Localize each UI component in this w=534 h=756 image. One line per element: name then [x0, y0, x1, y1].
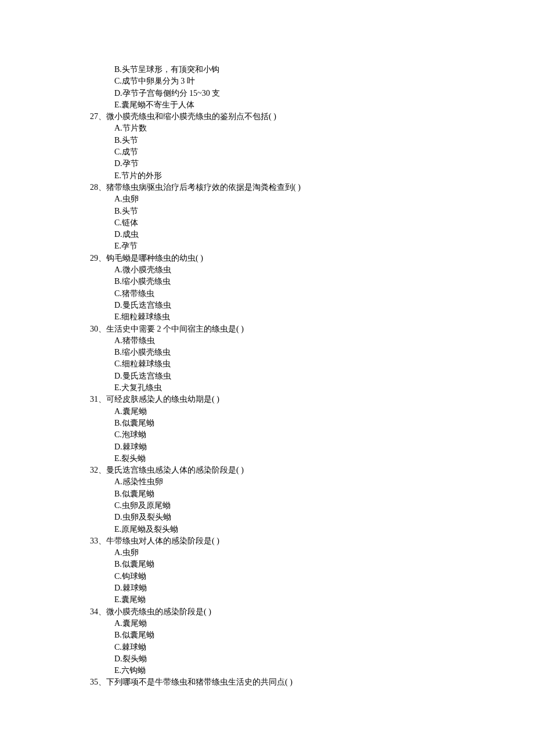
- option-line: B.似囊尾蚴: [90, 559, 444, 570]
- option-line: A.虫卵: [90, 547, 444, 559]
- option-line: C.猪带绦虫: [90, 288, 444, 300]
- question-line: 33、牛带绦虫对人体的感染阶段是( ): [90, 535, 444, 547]
- option-line: C.细粒棘球绦虫: [90, 358, 444, 370]
- option-line: A.感染性虫卵: [90, 476, 444, 488]
- option-line: E.节片的外形: [90, 170, 444, 182]
- option-line: B.似囊尾蚴: [90, 488, 444, 500]
- option-line: D.成虫: [90, 229, 444, 240]
- option-line: A.节片数: [90, 123, 444, 134]
- option-line: B.缩小膜壳绦虫: [90, 347, 444, 358]
- option-line: C.棘球蚴: [90, 642, 444, 653]
- document-page: B.头节呈球形，有顶突和小钩C.成节中卵巢分为 3 叶D.孕节子宫每侧约分 15…: [0, 0, 534, 756]
- option-line: C.成节: [90, 146, 444, 158]
- option-line: E.囊尾蚴不寄生于人体: [90, 99, 444, 111]
- option-line: B.似囊尾蚴: [90, 629, 444, 641]
- option-line: D.孕节: [90, 158, 444, 170]
- option-line: D.孕节子宫每侧约分 15~30 支: [90, 88, 444, 99]
- option-line: E.细粒棘球绦虫: [90, 311, 444, 323]
- option-line: D.虫卵及裂头蚴: [90, 512, 444, 523]
- question-line: 34、微小膜壳绦虫的感染阶段是( ): [90, 606, 444, 618]
- question-line: 28、猪带绦虫病驱虫治疗后考核疗效的依据是淘粪检查到( ): [90, 182, 444, 193]
- option-line: A.虫卵: [90, 193, 444, 205]
- question-line: 29、钩毛蚴是哪种绦虫的幼虫( ): [90, 253, 444, 264]
- option-line: E.犬复孔绦虫: [90, 382, 444, 394]
- option-line: B.似囊尾蚴: [90, 417, 444, 429]
- option-line: A.微小膜壳绦虫: [90, 264, 444, 276]
- question-line: 35、下列哪项不是牛带绦虫和猪带绦虫生活史的共同点( ): [90, 676, 444, 688]
- option-line: E.囊尾蚴: [90, 594, 444, 606]
- option-line: D.棘球蚴: [90, 582, 444, 594]
- option-line: E.六钩蚴: [90, 665, 444, 676]
- option-line: A.猪带绦虫: [90, 335, 444, 347]
- option-line: D.曼氏迭宫绦虫: [90, 300, 444, 311]
- option-line: E.裂头蚴: [90, 453, 444, 465]
- option-line: E.孕节: [90, 240, 444, 252]
- option-line: D.棘球蚴: [90, 441, 444, 453]
- question-line: 32、曼氏迭宫绦虫感染人体的感染阶段是( ): [90, 465, 444, 476]
- option-line: B.缩小膜壳绦虫: [90, 276, 444, 287]
- option-line: C.成节中卵巢分为 3 叶: [90, 75, 444, 87]
- option-line: B.头节: [90, 135, 444, 146]
- option-line: C.钩球蚴: [90, 571, 444, 582]
- option-line: A.囊尾蚴: [90, 618, 444, 629]
- option-line: C.虫卵及原尾蚴: [90, 500, 444, 512]
- option-line: D.曼氏迭宫绦虫: [90, 370, 444, 382]
- option-line: E.原尾蚴及裂头蚴: [90, 524, 444, 535]
- question-line: 30、生活史中需要 2 个中间宿主的绦虫是( ): [90, 323, 444, 335]
- question-line: 31、可经皮肤感染人的绦虫幼期是( ): [90, 394, 444, 405]
- option-line: B.头节呈球形，有顶突和小钩: [90, 64, 444, 75]
- option-line: D.裂头蚴: [90, 653, 444, 665]
- option-line: C.泡球蚴: [90, 429, 444, 441]
- option-line: B.头节: [90, 206, 444, 217]
- question-line: 27、微小膜壳绦虫和缩小膜壳绦虫的鉴别点不包括( ): [90, 111, 444, 123]
- option-line: C.链体: [90, 217, 444, 229]
- option-line: A.囊尾蚴: [90, 406, 444, 417]
